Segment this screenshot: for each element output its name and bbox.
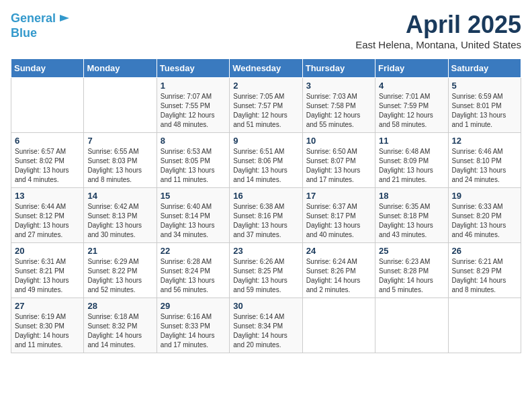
day-number: 23 (233, 246, 298, 256)
day-number: 20 (15, 246, 80, 256)
calendar-cell: 10Sunrise: 6:50 AM Sunset: 8:07 PM Dayli… (302, 133, 375, 188)
day-number: 8 (161, 136, 226, 146)
day-number: 19 (452, 191, 517, 201)
calendar-table: SundayMondayTuesdayWednesdayThursdayFrid… (11, 58, 521, 353)
calendar-cell: 15Sunrise: 6:40 AM Sunset: 8:14 PM Dayli… (157, 188, 229, 243)
calendar-cell: 22Sunrise: 6:28 AM Sunset: 8:24 PM Dayli… (157, 243, 229, 298)
day-number: 15 (161, 191, 226, 201)
day-info: Sunrise: 6:59 AM Sunset: 8:01 PM Dayligh… (452, 92, 517, 130)
weekday-header-tuesday: Tuesday (157, 59, 229, 78)
day-info: Sunrise: 6:19 AM Sunset: 8:30 PM Dayligh… (15, 312, 80, 350)
calendar-cell: 20Sunrise: 6:31 AM Sunset: 8:21 PM Dayli… (11, 243, 84, 298)
day-info: Sunrise: 6:35 AM Sunset: 8:18 PM Dayligh… (379, 202, 444, 240)
calendar-cell: 3Sunrise: 7:03 AM Sunset: 7:58 PM Daylig… (302, 78, 375, 133)
day-info: Sunrise: 6:14 AM Sunset: 8:34 PM Dayligh… (233, 312, 298, 350)
day-number: 25 (379, 246, 444, 256)
calendar-cell: 14Sunrise: 6:42 AM Sunset: 8:13 PM Dayli… (84, 188, 157, 243)
calendar-cell (448, 298, 521, 353)
day-info: Sunrise: 6:37 AM Sunset: 8:17 PM Dayligh… (306, 202, 371, 240)
day-info: Sunrise: 6:44 AM Sunset: 8:12 PM Dayligh… (15, 202, 80, 240)
calendar-cell: 19Sunrise: 6:33 AM Sunset: 8:20 PM Dayli… (448, 188, 521, 243)
day-info: Sunrise: 6:53 AM Sunset: 8:05 PM Dayligh… (161, 147, 226, 185)
day-info: Sunrise: 6:18 AM Sunset: 8:32 PM Dayligh… (87, 312, 152, 350)
day-info: Sunrise: 7:07 AM Sunset: 7:55 PM Dayligh… (161, 92, 226, 130)
calendar-subtitle: East Helena, Montana, United States (355, 39, 521, 50)
day-number: 16 (233, 191, 298, 201)
day-number: 10 (306, 136, 371, 146)
calendar-cell: 24Sunrise: 6:24 AM Sunset: 8:26 PM Dayli… (302, 243, 375, 298)
logo-icon (58, 12, 71, 24)
calendar-cell: 25Sunrise: 6:23 AM Sunset: 8:28 PM Dayli… (375, 243, 448, 298)
calendar-cell: 26Sunrise: 6:21 AM Sunset: 8:29 PM Dayli… (448, 243, 521, 298)
day-number: 4 (379, 81, 444, 91)
weekday-header-sunday: Sunday (11, 59, 84, 78)
day-number: 6 (15, 136, 80, 146)
day-number: 9 (233, 136, 298, 146)
day-number: 18 (379, 191, 444, 201)
calendar-cell (302, 298, 375, 353)
calendar-cell: 9Sunrise: 6:51 AM Sunset: 8:06 PM Daylig… (230, 133, 302, 188)
day-number: 21 (87, 246, 152, 256)
calendar-cell: 5Sunrise: 6:59 AM Sunset: 8:01 PM Daylig… (448, 78, 521, 133)
day-info: Sunrise: 6:48 AM Sunset: 8:09 PM Dayligh… (379, 147, 444, 185)
calendar-cell: 27Sunrise: 6:19 AM Sunset: 8:30 PM Dayli… (11, 298, 84, 353)
calendar-cell: 21Sunrise: 6:29 AM Sunset: 8:22 PM Dayli… (84, 243, 157, 298)
day-info: Sunrise: 6:16 AM Sunset: 8:33 PM Dayligh… (161, 312, 226, 350)
page-header: General Blue April 2025 East Helena, Mon… (11, 11, 521, 50)
calendar-cell: 17Sunrise: 6:37 AM Sunset: 8:17 PM Dayli… (302, 188, 375, 243)
logo: General Blue (11, 11, 71, 40)
day-number: 2 (233, 81, 298, 91)
weekday-header-wednesday: Wednesday (230, 59, 302, 78)
weekday-header-saturday: Saturday (448, 59, 521, 78)
logo-text-line2: Blue (11, 27, 37, 40)
calendar-cell: 16Sunrise: 6:38 AM Sunset: 8:16 PM Dayli… (230, 188, 302, 243)
day-info: Sunrise: 6:29 AM Sunset: 8:22 PM Dayligh… (87, 257, 152, 295)
weekday-header-friday: Friday (375, 59, 448, 78)
day-number: 3 (306, 81, 371, 91)
calendar-cell: 1Sunrise: 7:07 AM Sunset: 7:55 PM Daylig… (157, 78, 229, 133)
day-number: 11 (379, 136, 444, 146)
calendar-week-row: 27Sunrise: 6:19 AM Sunset: 8:30 PM Dayli… (11, 298, 521, 353)
calendar-title: April 2025 (355, 11, 521, 39)
calendar-cell: 18Sunrise: 6:35 AM Sunset: 8:18 PM Dayli… (375, 188, 448, 243)
calendar-cell: 30Sunrise: 6:14 AM Sunset: 8:34 PM Dayli… (230, 298, 302, 353)
calendar-cell: 13Sunrise: 6:44 AM Sunset: 8:12 PM Dayli… (11, 188, 84, 243)
day-info: Sunrise: 7:01 AM Sunset: 7:59 PM Dayligh… (379, 92, 444, 130)
svg-marker-0 (60, 15, 69, 21)
calendar-cell: 29Sunrise: 6:16 AM Sunset: 8:33 PM Dayli… (157, 298, 229, 353)
day-info: Sunrise: 6:24 AM Sunset: 8:26 PM Dayligh… (306, 257, 371, 295)
logo-text-line1: General (11, 12, 56, 26)
day-number: 17 (306, 191, 371, 201)
day-number: 26 (452, 246, 517, 256)
day-number: 27 (15, 301, 80, 311)
calendar-week-row: 1Sunrise: 7:07 AM Sunset: 7:55 PM Daylig… (11, 78, 521, 133)
calendar-cell: 11Sunrise: 6:48 AM Sunset: 8:09 PM Dayli… (375, 133, 448, 188)
day-number: 13 (15, 191, 80, 201)
calendar-week-row: 13Sunrise: 6:44 AM Sunset: 8:12 PM Dayli… (11, 188, 521, 243)
weekday-header-thursday: Thursday (302, 59, 375, 78)
calendar-week-row: 20Sunrise: 6:31 AM Sunset: 8:21 PM Dayli… (11, 243, 521, 298)
day-number: 30 (233, 301, 298, 311)
day-number: 28 (87, 301, 152, 311)
day-info: Sunrise: 6:28 AM Sunset: 8:24 PM Dayligh… (161, 257, 226, 295)
day-number: 7 (87, 136, 152, 146)
calendar-cell: 4Sunrise: 7:01 AM Sunset: 7:59 PM Daylig… (375, 78, 448, 133)
day-info: Sunrise: 6:31 AM Sunset: 8:21 PM Dayligh… (15, 257, 80, 295)
calendar-cell (84, 78, 157, 133)
day-info: Sunrise: 6:46 AM Sunset: 8:10 PM Dayligh… (452, 147, 517, 185)
weekday-header-monday: Monday (84, 59, 157, 78)
calendar-cell: 23Sunrise: 6:26 AM Sunset: 8:25 PM Dayli… (230, 243, 302, 298)
day-info: Sunrise: 6:57 AM Sunset: 8:02 PM Dayligh… (15, 147, 80, 185)
day-info: Sunrise: 7:03 AM Sunset: 7:58 PM Dayligh… (306, 92, 371, 130)
weekday-header-row: SundayMondayTuesdayWednesdayThursdayFrid… (11, 59, 521, 78)
day-number: 29 (161, 301, 226, 311)
day-info: Sunrise: 6:38 AM Sunset: 8:16 PM Dayligh… (233, 202, 298, 240)
day-info: Sunrise: 7:05 AM Sunset: 7:57 PM Dayligh… (233, 92, 298, 130)
calendar-cell (11, 78, 84, 133)
day-info: Sunrise: 6:55 AM Sunset: 8:03 PM Dayligh… (87, 147, 152, 185)
day-info: Sunrise: 6:51 AM Sunset: 8:06 PM Dayligh… (233, 147, 298, 185)
calendar-cell (375, 298, 448, 353)
day-info: Sunrise: 6:50 AM Sunset: 8:07 PM Dayligh… (306, 147, 371, 185)
calendar-week-row: 6Sunrise: 6:57 AM Sunset: 8:02 PM Daylig… (11, 133, 521, 188)
day-number: 24 (306, 246, 371, 256)
